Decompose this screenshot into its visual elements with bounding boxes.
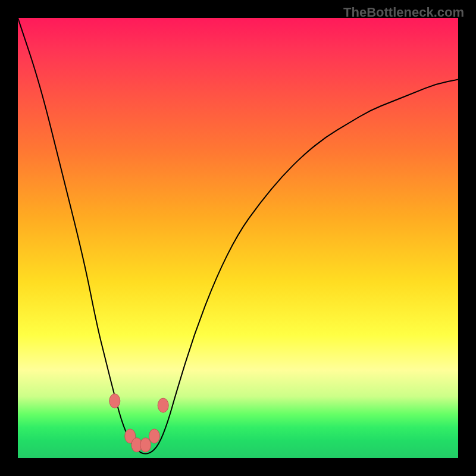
data-marker [109,394,120,408]
data-markers [109,394,168,452]
data-marker [149,429,159,443]
data-marker [140,438,151,452]
chart-svg [18,18,458,458]
watermark-text: TheBottleneck.com [343,5,464,20]
data-marker [158,398,168,412]
bottleneck-curve [18,18,458,454]
chart-container [18,18,458,458]
